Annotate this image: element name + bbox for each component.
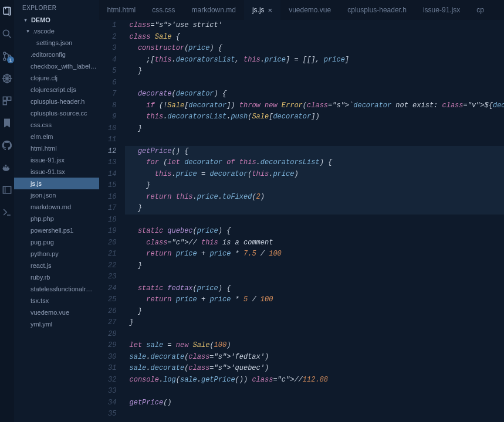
code-line[interactable] <box>125 77 504 89</box>
code-line[interactable]: static quebec(price) { <box>125 226 504 237</box>
folder-header[interactable]: ▼ DEMO <box>14 15 99 25</box>
file-tree-item[interactable]: cplusplus-source.cc <box>14 107 99 119</box>
editor-tab[interactable]: css.css <box>144 0 183 20</box>
file-label: php.php <box>31 213 54 224</box>
line-number: 35 <box>99 409 117 420</box>
code-line[interactable]: ;[this.decoratorsList, this.price] = [[]… <box>125 55 504 66</box>
docker-icon[interactable] <box>0 161 14 175</box>
file-tree-item[interactable]: settings.json <box>14 37 99 49</box>
file-tree-item[interactable]: clojurescript.cljs <box>14 84 99 96</box>
code-area[interactable]: class="s">'use strict'class Sale { const… <box>125 20 504 422</box>
code-line[interactable]: this.decoratorsList.push(Sale[decorator]… <box>125 111 504 123</box>
editor-tab[interactable]: html.html <box>99 0 144 20</box>
code-line[interactable]: console.log(sale.getPrice()) class="c">/… <box>125 375 504 386</box>
code-line[interactable]: class="c">// this is a comment <box>125 237 504 249</box>
file-tree-item[interactable]: markdown.md <box>14 201 99 213</box>
search-icon[interactable] <box>0 27 14 41</box>
file-tree-item[interactable]: python.py <box>14 248 99 260</box>
extensions-icon[interactable] <box>0 94 14 108</box>
terminal-icon[interactable] <box>0 205 14 219</box>
line-number: 16 <box>99 192 117 203</box>
explorer-icon[interactable] <box>0 5 14 19</box>
code-line[interactable]: constructor(price) { <box>125 43 504 55</box>
svg-rect-11 <box>3 97 6 100</box>
line-number: 11 <box>99 134 117 146</box>
code-line[interactable]: getPrice() { <box>125 146 504 158</box>
file-label: clojure.clj <box>31 73 57 83</box>
file-label: cplusplus-source.cc <box>31 108 87 118</box>
github-icon[interactable] <box>0 138 14 152</box>
code-line[interactable] <box>125 215 504 226</box>
file-tree-item[interactable]: html.html <box>14 142 99 154</box>
code-line[interactable]: class Sale { <box>125 32 504 43</box>
file-tree-item[interactable]: react.js <box>14 260 99 271</box>
close-icon[interactable]: × <box>268 6 273 15</box>
code-line[interactable]: } <box>125 203 504 215</box>
file-tree-item[interactable]: css.css <box>14 119 99 131</box>
bookmark-icon[interactable] <box>0 116 14 130</box>
code-line[interactable]: } <box>125 317 504 329</box>
editor[interactable]: 1234567891011121314151617181920212223242… <box>99 20 504 422</box>
code-line[interactable] <box>125 271 504 283</box>
file-tree-item[interactable]: tsx.tsx <box>14 295 99 307</box>
file-tree-item[interactable]: ruby.rb <box>14 271 99 283</box>
code-line[interactable]: return price + price * 7.5 / 100 <box>125 249 504 260</box>
code-line[interactable]: } <box>125 66 504 77</box>
file-tree-item[interactable]: elm.elm <box>14 131 99 142</box>
file-tree-item[interactable]: vuedemo.vue <box>14 307 99 318</box>
code-line[interactable] <box>125 386 504 397</box>
file-tree-item[interactable]: powershell.ps1 <box>14 224 99 236</box>
code-line[interactable]: sale.decorate(class="s">'quebec') <box>125 363 504 375</box>
file-tree-item[interactable]: statelessfunctionalr… <box>14 283 99 295</box>
code-line[interactable] <box>125 134 504 146</box>
code-line[interactable]: class="s">'use strict' <box>125 20 504 32</box>
svg-point-3 <box>4 52 6 55</box>
file-tree: ▼.vscodesettings.json.editorconfigcheckb… <box>14 25 99 422</box>
code-line[interactable]: return this.price.toFixed(2) <box>125 192 504 203</box>
code-line[interactable]: } <box>125 180 504 192</box>
source-control-icon[interactable]: 1 <box>0 49 14 63</box>
code-line[interactable]: } <box>125 306 504 318</box>
line-number: 20 <box>99 237 117 249</box>
editor-tab[interactable]: vuedemo.vue <box>280 0 339 20</box>
file-tree-item[interactable]: issue-91.jsx <box>14 154 99 166</box>
debug-icon[interactable] <box>0 72 14 86</box>
code-line[interactable]: this.price = decorator(this.price) <box>125 169 504 181</box>
file-tree-item[interactable]: .editorconfig <box>14 49 99 60</box>
line-number: 32 <box>99 375 117 386</box>
code-line[interactable]: for (let decorator of this.decoratorsLis… <box>125 157 504 169</box>
project-icon[interactable] <box>0 183 14 197</box>
code-line[interactable]: static fedtax(price) { <box>125 283 504 295</box>
code-line[interactable]: let sale = new Sale(100) <box>125 340 504 352</box>
file-tree-item[interactable]: php.php <box>14 213 99 224</box>
file-tree-item[interactable]: checkbox_with_label… <box>14 60 99 72</box>
code-line[interactable]: if (!Sale[decorator]) throw new Error(cl… <box>125 100 504 112</box>
file-tree-item[interactable]: json.json <box>14 189 99 201</box>
file-tree-item[interactable]: js.js <box>14 178 99 189</box>
editor-group: html.htmlcss.cssmarkdown.mdjs.js×vuedemo… <box>99 0 504 422</box>
editor-tab[interactable]: issue-91.jsx <box>415 0 468 20</box>
file-tree-item[interactable]: pug.pug <box>14 236 99 248</box>
code-line[interactable]: } <box>125 123 504 135</box>
editor-tab[interactable]: js.js× <box>244 0 280 20</box>
code-line[interactable]: return price + price * 5 / 100 <box>125 294 504 306</box>
line-number: 4 <box>99 55 117 66</box>
editor-tab[interactable]: markdown.md <box>184 0 244 20</box>
file-tree-item[interactable]: issue-91.tsx <box>14 166 99 178</box>
editor-tab[interactable]: cp <box>468 0 492 20</box>
code-line[interactable]: } <box>125 260 504 272</box>
file-tree-item[interactable]: cplusplus-header.h <box>14 96 99 107</box>
file-tree-item[interactable]: yml.yml <box>14 318 99 330</box>
code-line[interactable]: getPrice() <box>125 397 504 409</box>
file-tree-item[interactable]: clojure.clj <box>14 72 99 84</box>
tab-label: cp <box>476 6 484 14</box>
code-line[interactable] <box>125 329 504 341</box>
code-line[interactable] <box>125 409 504 420</box>
code-line[interactable]: sale.decorate(class="s">'fedtax') <box>125 352 504 363</box>
editor-tab[interactable]: cplusplus-header.h <box>339 0 415 20</box>
code-line[interactable]: decorate(decorator) { <box>125 89 504 100</box>
file-tree-item[interactable]: ▼.vscode <box>14 25 99 37</box>
file-label: tsx.tsx <box>31 295 49 306</box>
file-label: html.html <box>31 143 57 154</box>
line-number: 26 <box>99 306 117 318</box>
